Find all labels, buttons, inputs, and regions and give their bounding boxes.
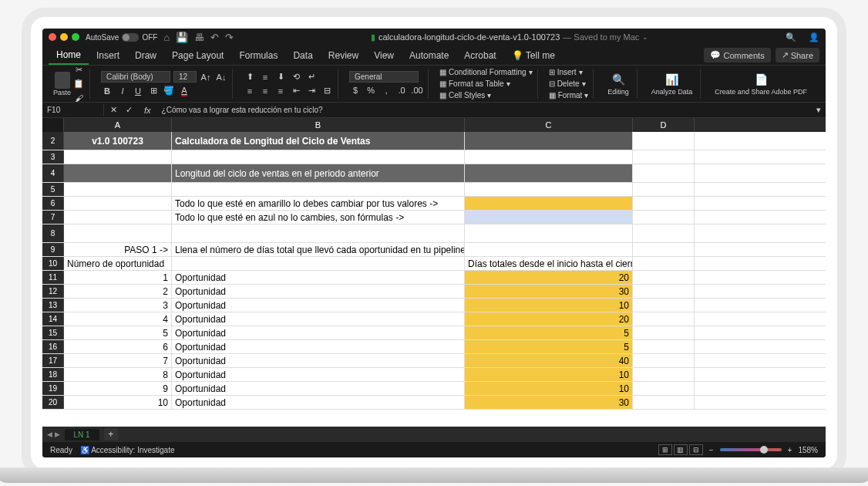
- cell[interactable]: [465, 164, 633, 182]
- tab-page-layout[interactable]: Page Layout: [164, 47, 231, 64]
- format-as-table[interactable]: ▦ Format as Table ▾: [439, 79, 533, 89]
- bold-icon[interactable]: B: [101, 85, 113, 97]
- tab-draw[interactable]: Draw: [127, 47, 164, 64]
- col-header-b[interactable]: B: [172, 118, 465, 132]
- cell[interactable]: Número de oportunidad: [64, 257, 172, 270]
- row-header[interactable]: 18: [42, 368, 64, 381]
- row-header[interactable]: 7: [42, 211, 64, 224]
- close-icon[interactable]: [49, 33, 56, 41]
- cell[interactable]: [633, 257, 695, 270]
- cell[interactable]: [465, 150, 633, 164]
- underline-icon[interactable]: U: [132, 85, 144, 97]
- sheet-nav[interactable]: ◀ ▶: [47, 430, 60, 438]
- row-header[interactable]: 15: [42, 326, 64, 339]
- cell[interactable]: [465, 183, 633, 196]
- cell[interactable]: [633, 382, 695, 395]
- comma-icon[interactable]: ,: [380, 84, 392, 96]
- tab-data[interactable]: Data: [285, 47, 320, 64]
- sheet-tab[interactable]: LN 1: [65, 429, 99, 440]
- cell[interactable]: [633, 197, 695, 210]
- cell[interactable]: [633, 183, 695, 196]
- increase-font-icon[interactable]: A↑: [200, 71, 212, 83]
- row-header[interactable]: 10: [42, 257, 64, 270]
- search-icon[interactable]: 🔍: [786, 32, 796, 42]
- decrease-decimal-icon[interactable]: .00: [411, 84, 423, 96]
- font-size-select[interactable]: 12: [173, 71, 197, 83]
- cell[interactable]: Días totales desde el inicio hasta el ci…: [465, 257, 633, 270]
- page-break-icon[interactable]: ⊟: [689, 444, 703, 455]
- cell[interactable]: Llena el número de días total que llevó …: [172, 243, 465, 256]
- cell[interactable]: [633, 271, 695, 284]
- row-header[interactable]: 6: [42, 197, 64, 210]
- home-icon[interactable]: ⌂: [163, 32, 170, 43]
- minimize-icon[interactable]: [60, 33, 68, 41]
- cell-styles[interactable]: ▦ Cell Styles ▾: [439, 90, 533, 100]
- cell[interactable]: [465, 243, 633, 256]
- cut-icon[interactable]: ✂: [72, 64, 85, 76]
- cell[interactable]: [64, 183, 172, 196]
- account-icon[interactable]: 👤: [809, 32, 819, 42]
- print-icon[interactable]: 🖶: [194, 32, 204, 43]
- align-left-icon[interactable]: ≡: [244, 85, 256, 97]
- cell[interactable]: 20: [465, 312, 633, 326]
- add-sheet-button[interactable]: +: [104, 428, 118, 440]
- window-controls[interactable]: [49, 33, 79, 41]
- percent-icon[interactable]: %: [365, 84, 377, 96]
- col-header-c[interactable]: C: [465, 118, 633, 132]
- cell[interactable]: [172, 150, 465, 164]
- cell[interactable]: Todo lo que esté en amarillo lo debes ca…: [172, 197, 465, 210]
- row-header[interactable]: 19: [42, 382, 64, 395]
- analyze-button[interactable]: 📊 Analyze Data: [648, 73, 696, 96]
- cell[interactable]: Oportunidad: [172, 299, 465, 312]
- zoom-slider[interactable]: [720, 448, 782, 451]
- fill-color-icon[interactable]: 🪣: [163, 85, 175, 97]
- align-top-icon[interactable]: ⬆: [244, 71, 256, 83]
- cell[interactable]: [465, 132, 633, 150]
- cell[interactable]: 40: [465, 354, 633, 367]
- cell[interactable]: 6: [64, 340, 172, 353]
- tab-automate[interactable]: Automate: [402, 47, 456, 64]
- cell[interactable]: 10: [465, 382, 633, 395]
- cell[interactable]: [633, 340, 695, 353]
- cell[interactable]: 8: [64, 368, 172, 381]
- tab-review[interactable]: Review: [321, 47, 366, 64]
- row-header[interactable]: 3: [42, 150, 64, 164]
- cell[interactable]: [64, 197, 172, 210]
- formula-input[interactable]: ¿Cómo vas a lograr esta reducción en tu …: [157, 104, 812, 116]
- cell[interactable]: [633, 150, 695, 164]
- align-bottom-icon[interactable]: ⬇: [274, 71, 287, 83]
- adobe-button[interactable]: 📄 Create and Share Adobe PDF: [712, 73, 810, 96]
- insert-cells[interactable]: ⊞ Insert ▾: [549, 67, 589, 77]
- col-header-a[interactable]: A: [64, 118, 172, 132]
- cell[interactable]: 30: [465, 396, 633, 409]
- cell[interactable]: [465, 197, 633, 210]
- cell[interactable]: Oportunidad: [172, 368, 465, 381]
- cell[interactable]: [633, 326, 695, 339]
- row-header[interactable]: 20: [42, 396, 64, 409]
- cell[interactable]: [633, 224, 695, 242]
- cell[interactable]: [633, 132, 695, 150]
- maximize-icon[interactable]: [72, 33, 79, 41]
- tab-formulas[interactable]: Formulas: [231, 47, 285, 64]
- redo-icon[interactable]: ↷: [225, 32, 234, 43]
- cell[interactable]: 7: [64, 354, 172, 367]
- tab-insert[interactable]: Insert: [89, 47, 127, 64]
- editing-button[interactable]: 🔍 Editing: [604, 73, 632, 96]
- italic-icon[interactable]: I: [116, 85, 129, 97]
- cell[interactable]: 4: [64, 312, 172, 326]
- row-header[interactable]: 12: [42, 285, 64, 298]
- orientation-icon[interactable]: ⟲: [290, 71, 302, 83]
- row-header[interactable]: 2: [42, 132, 64, 150]
- font-select[interactable]: Calibri (Body): [101, 71, 170, 83]
- cell[interactable]: 9: [64, 382, 172, 395]
- tab-view[interactable]: View: [366, 47, 402, 64]
- row-header[interactable]: 14: [42, 312, 64, 326]
- name-box[interactable]: F10: [42, 104, 104, 116]
- format-cells[interactable]: ▦ Format ▾: [549, 90, 589, 100]
- cell[interactable]: [633, 285, 695, 298]
- cell[interactable]: 10: [465, 299, 633, 312]
- number-format-select[interactable]: General: [349, 71, 419, 83]
- cancel-icon[interactable]: ✕: [107, 104, 119, 116]
- conditional-formatting[interactable]: ▦ Conditional Formatting ▾: [439, 67, 533, 77]
- currency-icon[interactable]: $: [349, 84, 362, 96]
